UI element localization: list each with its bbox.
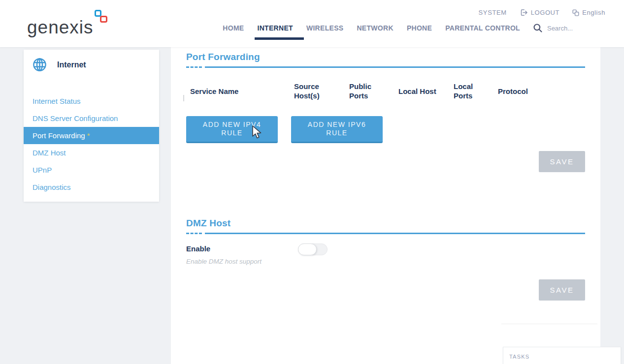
add-rule-buttons: ADD NEW IPV4 RULE ADD NEW IPV6 RULE	[186, 116, 585, 143]
column-protocol: Protocol	[498, 87, 547, 96]
column-local-host: Local Host	[398, 87, 454, 96]
logo-wordmark: genexis	[27, 18, 94, 37]
sidebar-item-dmz-host[interactable]: DMZ Host	[24, 144, 159, 161]
dmz-save-button[interactable]: SAVE	[539, 279, 585, 301]
router-admin-screen: genexis SYSTEM	[0, 0, 624, 364]
sidebar-item-port-forwarding[interactable]: Port Forwarding *	[24, 127, 159, 144]
main-nav: HOME INTERNET WIRELESS NETWORK PHONE PAR…	[222, 23, 573, 33]
dmz-save-row: SAVE	[186, 279, 585, 301]
dmz-enable-toggle[interactable]	[298, 243, 328, 255]
sidebar-item-upnp[interactable]: UPnP	[24, 161, 159, 179]
dmz-enable-labels: Enable Enable DMZ host support	[186, 244, 298, 265]
logo-squares-icon	[95, 10, 111, 27]
column-service-name: Service Name	[186, 87, 294, 96]
section-underline	[186, 66, 585, 68]
port-forwarding-section: Port Forwarding Service Name Source Host…	[186, 51, 585, 172]
sidebar-item-diagnostics[interactable]: Diagnostics	[24, 179, 159, 196]
unsaved-changes-asterisk: *	[87, 131, 90, 140]
sidebar-title: Internet	[57, 61, 86, 69]
search-placeholder-text: Search...	[547, 25, 573, 32]
port-forwarding-title: Port Forwarding	[186, 51, 585, 63]
search-icon	[533, 23, 543, 33]
port-forwarding-save-button[interactable]: SAVE	[539, 151, 585, 172]
header-right: SYSTEM LOGOUT	[222, 0, 624, 47]
port-forwarding-table-header: Service Name Source Host(s) Public Ports…	[186, 81, 585, 101]
search-control[interactable]: Search...	[533, 23, 573, 33]
tasks-bar[interactable]: TASKS	[503, 347, 621, 364]
tasks-label: TASKS	[503, 347, 621, 360]
add-new-ipv6-rule-button[interactable]: ADD NEW IPV6 RULE	[291, 116, 383, 143]
add-new-ipv4-rule-button[interactable]: ADD NEW IPV4 RULE	[186, 116, 278, 143]
main-content: Port Forwarding Service Name Source Host…	[171, 47, 600, 364]
sidebar-header: Internet	[24, 50, 159, 72]
nav-item-internet[interactable]: INTERNET	[257, 23, 294, 33]
column-source-hosts: Source Host(s)	[294, 82, 349, 100]
language-selector[interactable]: English	[572, 9, 605, 16]
system-label: SYSTEM	[479, 9, 507, 16]
genexis-logo[interactable]: genexis	[27, 14, 111, 37]
nav-item-home[interactable]: HOME	[222, 23, 244, 33]
port-forwarding-save-row: SAVE	[186, 151, 585, 172]
nav-item-phone[interactable]: PHONE	[406, 23, 432, 33]
nav-item-wireless[interactable]: WIRELESS	[306, 23, 344, 33]
section-underline	[186, 233, 585, 234]
logout-label: LOGOUT	[531, 9, 560, 16]
dmz-enable-label: Enable	[186, 244, 298, 253]
column-public-ports: Public Ports	[349, 82, 398, 100]
nav-item-network[interactable]: NETWORK	[356, 23, 394, 33]
column-local-ports: Local Ports	[454, 82, 498, 100]
dmz-host-title: DMZ Host	[186, 217, 585, 230]
language-label: English	[582, 9, 605, 16]
app-header: genexis SYSTEM	[0, 0, 624, 47]
utility-bar: SYSTEM LOGOUT	[479, 8, 605, 17]
logout-link[interactable]: LOGOUT	[520, 8, 560, 17]
dmz-enable-row: Enable Enable DMZ host support	[186, 244, 585, 265]
table-left-tick	[183, 95, 184, 101]
nav-item-parental-control[interactable]: PARENTAL CONTROL	[445, 23, 521, 33]
globe-icon	[33, 58, 47, 72]
system-link[interactable]: SYSTEM	[479, 9, 507, 16]
tasks-divider-line	[501, 324, 597, 324]
logout-icon	[520, 8, 528, 17]
language-icon	[572, 9, 579, 16]
dmz-enable-description: Enable DMZ host support	[186, 258, 298, 265]
sidebar-item-dns-server-configuration[interactable]: DNS Server Configuration	[24, 110, 159, 127]
toggle-knob	[298, 243, 317, 255]
sidebar-menu: Internet Status DNS Server Configuration…	[24, 92, 159, 196]
dmz-host-section: DMZ Host Enable Enable DMZ host support …	[186, 217, 585, 301]
sidebar: Internet Internet Status DNS Server Conf…	[24, 50, 159, 202]
sidebar-item-internet-status[interactable]: Internet Status	[24, 92, 159, 110]
